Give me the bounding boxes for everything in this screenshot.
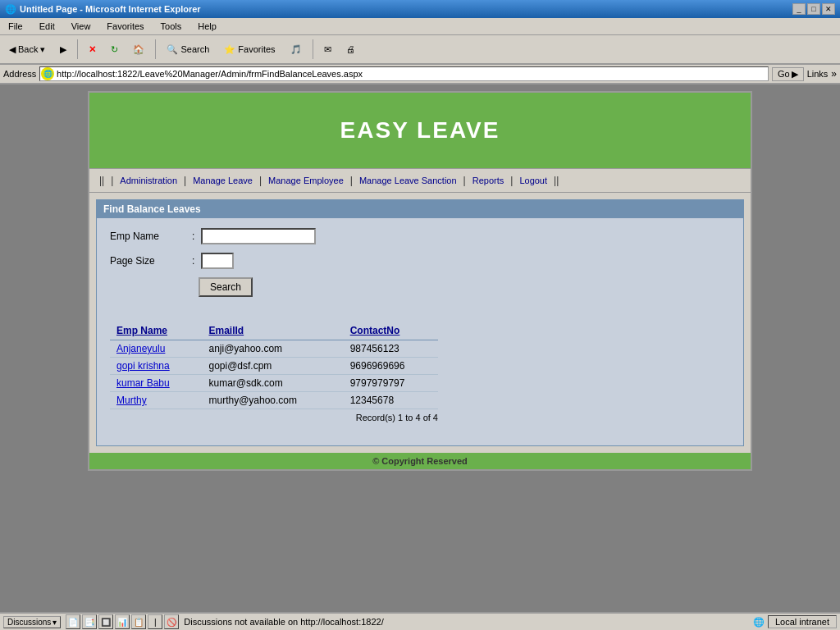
nav-item-reports[interactable]: Reports <box>469 174 508 187</box>
back-icon: ◀ <box>9 44 16 55</box>
nav-item-manage-leave-sanction[interactable]: Manage Leave Sanction <box>356 174 460 187</box>
email-cell: anji@yahoo.com <box>202 340 343 358</box>
emp-name-label: Emp Name <box>110 231 192 242</box>
app-container: EASY LEAVE || | Administration | Manage … <box>88 91 752 471</box>
nav-sep-2: | <box>184 175 186 186</box>
title-bar-controls[interactable]: _ □ ✕ <box>792 3 835 15</box>
title-bar: 🌐 Untitled Page - Microsoft Internet Exp… <box>0 0 840 18</box>
nav-sep-5: | <box>463 175 466 186</box>
contact-cell: 9696969696 <box>344 358 438 375</box>
nav-sep-3: | <box>259 175 262 186</box>
address-input-wrap: 🌐 <box>39 66 769 81</box>
menu-tools[interactable]: Tools <box>156 20 187 33</box>
media-icon: 🎵 <box>290 44 302 55</box>
nav-bar: || | Administration | Manage Leave | Man… <box>89 168 751 193</box>
nav-item-manage-employee[interactable]: Manage Employee <box>265 174 347 187</box>
form-area: Emp Name : Page Size : Search <box>97 218 743 315</box>
page-size-row: Page Size : <box>110 253 730 269</box>
contact-cell: 12345678 <box>344 392 438 409</box>
col-emp-name[interactable]: Emp Name <box>110 322 202 340</box>
app-footer: © Copyright Reserved <box>89 453 751 469</box>
refresh-icon: ↻ <box>111 44 118 55</box>
content-area: Find Balance Leaves Emp Name : Page Size… <box>96 199 744 446</box>
forward-icon: ▶ <box>60 44 66 55</box>
emp-name-input[interactable] <box>201 228 316 244</box>
emp-name-link[interactable]: gopi krishna <box>116 360 170 372</box>
emp-name-link[interactable]: Murthy <box>116 395 147 406</box>
nav-item-administration[interactable]: Administration <box>116 174 180 187</box>
nav-sep-right: || <box>554 175 559 186</box>
app-title: EASY LEAVE <box>114 117 726 144</box>
page-size-input[interactable] <box>201 253 234 269</box>
stop-button[interactable]: ✕ <box>83 42 102 57</box>
emp-name-link[interactable]: kumar Babu <box>116 377 170 389</box>
favorites-button[interactable]: ⭐ Favorites <box>218 42 281 57</box>
find-balance-header: Find Balance Leaves <box>97 200 743 218</box>
close-button[interactable]: ✕ <box>822 3 835 15</box>
address-input[interactable] <box>55 69 768 79</box>
nav-sep-left: || <box>99 175 104 186</box>
nav-item-manage-leave[interactable]: Manage Leave <box>189 174 256 187</box>
emp-name-cell: kumar Babu <box>110 375 202 392</box>
table-row: Anjaneyulu anji@yahoo.com 987456123 <box>110 340 438 358</box>
menu-bar: File Edit View Favorites Tools Help <box>0 18 840 35</box>
title-bar-left: 🌐 Untitled Page - Microsoft Internet Exp… <box>5 4 201 15</box>
menu-help[interactable]: Help <box>193 20 221 33</box>
table-area: Emp Name EmailId ContactNo Anjaneyulu an… <box>110 322 730 422</box>
media-button[interactable]: 🎵 <box>285 42 308 57</box>
employees-table: Emp Name EmailId ContactNo Anjaneyulu an… <box>110 322 438 409</box>
emp-name-cell: gopi krishna <box>110 358 202 375</box>
toolbar-separator-3 <box>313 39 313 59</box>
links-label[interactable]: Links <box>807 69 829 79</box>
refresh-button[interactable]: ↻ <box>105 42 124 57</box>
expand-icon: » <box>831 68 837 80</box>
home-icon: 🏠 <box>133 44 144 55</box>
search-button[interactable]: 🔍 Search <box>161 42 215 57</box>
emp-name-cell: Anjaneyulu <box>110 340 202 358</box>
home-button[interactable]: 🏠 <box>127 42 150 57</box>
nav-item-logout[interactable]: Logout <box>516 174 550 187</box>
go-button[interactable]: Go ▶ <box>772 67 804 81</box>
emp-name-colon: : <box>192 231 194 242</box>
emp-name-cell: Murthy <box>110 392 202 409</box>
mail-icon: ✉ <box>324 44 331 55</box>
page-icon: 🌐 <box>41 67 54 80</box>
contact-cell: 987456123 <box>344 340 438 358</box>
page-area: EASY LEAVE || | Administration | Manage … <box>0 84 840 560</box>
toolbar-separator-2 <box>155 39 156 59</box>
emp-name-link[interactable]: Anjaneyulu <box>116 343 165 354</box>
back-dropdown-icon[interactable]: ▾ <box>40 44 45 55</box>
print-button[interactable]: 🖨 <box>340 42 361 57</box>
maximize-button[interactable]: □ <box>807 3 820 15</box>
search-button-form[interactable]: Search <box>199 277 253 297</box>
address-label: Address <box>3 69 36 79</box>
minimize-button[interactable]: _ <box>792 3 806 15</box>
menu-view[interactable]: View <box>66 20 96 33</box>
record-info: Record(s) 1 to 4 of 4 <box>110 413 438 422</box>
menu-edit[interactable]: Edit <box>34 20 60 33</box>
app-header: EASY LEAVE <box>89 93 751 168</box>
emp-name-row: Emp Name : <box>110 228 730 244</box>
window-icon: 🌐 <box>5 4 16 15</box>
page-size-label: Page Size <box>110 255 192 267</box>
nav-sep-4: | <box>350 175 353 186</box>
window-title: Untitled Page - Microsoft Internet Explo… <box>20 4 201 14</box>
col-email: EmailId <box>202 322 343 340</box>
stop-icon: ✕ <box>89 44 96 55</box>
email-cell: murthy@yahoo.com <box>202 392 343 409</box>
nav-sep-6: | <box>510 175 513 186</box>
table-row: kumar Babu kumar@sdk.com 9797979797 <box>110 375 438 392</box>
mail-button[interactable]: ✉ <box>318 42 337 57</box>
menu-file[interactable]: File <box>3 20 28 33</box>
table-row: gopi krishna gopi@dsf.cpm 9696969696 <box>110 358 438 375</box>
back-button[interactable]: ◀ Back ▾ <box>3 42 51 57</box>
email-cell: gopi@dsf.cpm <box>202 358 343 375</box>
toolbar-separator-1 <box>77 39 78 59</box>
menu-favorites[interactable]: Favorites <box>102 20 148 33</box>
go-arrow-icon: ▶ <box>792 69 798 80</box>
col-contact: ContactNo <box>344 322 438 340</box>
search-icon: 🔍 <box>167 44 178 55</box>
table-header-row: Emp Name EmailId ContactNo <box>110 322 438 340</box>
toolbar: ◀ Back ▾ ▶ ✕ ↻ 🏠 🔍 Search ⭐ Favorites 🎵 … <box>0 35 840 65</box>
forward-button[interactable]: ▶ <box>54 42 72 57</box>
